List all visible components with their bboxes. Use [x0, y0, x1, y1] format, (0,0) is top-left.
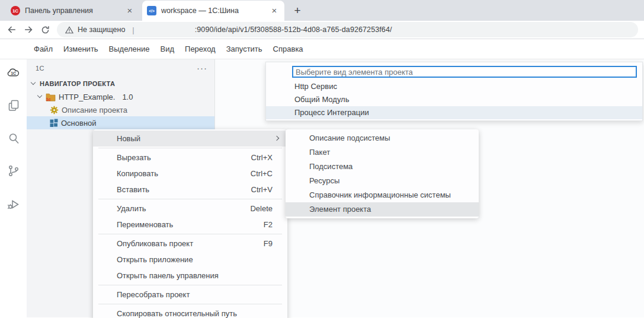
more-actions-icon[interactable]: ···: [197, 65, 207, 71]
quick-pick-option-common-module[interactable]: Общий Модуль: [266, 93, 642, 106]
shortcut-label: Ctrl+X: [251, 150, 273, 166]
1c-cloud-icon[interactable]: 1С: [7, 66, 21, 80]
shortcut-label: Delete: [250, 201, 273, 217]
new-tab-button[interactable]: +: [290, 4, 305, 17]
submenu-item-project-element[interactable]: Элемент проекта: [286, 202, 479, 217]
menu-help[interactable]: Справка: [268, 44, 309, 53]
submenu-arrow-icon: [274, 136, 279, 141]
quick-pick-option-integration-process[interactable]: Процесс Интеграции: [266, 106, 642, 119]
tree-item-label: Описание проекта: [62, 106, 127, 115]
quick-pick-widget: Http Сервис Общий Модуль Процесс Интегра…: [265, 62, 643, 121]
side-panel-header: 1C ···: [27, 59, 214, 77]
quick-pick-input[interactable]: [292, 66, 637, 78]
menu-run[interactable]: Запустить: [221, 44, 268, 53]
shortcut-label: Ctrl+C: [251, 166, 273, 182]
tab-control-panel[interactable]: 1С Панель управления ×: [6, 1, 140, 21]
new-submenu: Описание подсистемы Пакет Подсистема Рес…: [286, 129, 479, 218]
submenu-item-subsystem[interactable]: Подсистема: [286, 160, 479, 174]
explorer-files-icon[interactable]: [7, 98, 21, 113]
ide-menubar: Файл Изменить Выделение Вид Переход Запу…: [0, 39, 644, 59]
1c-favicon-icon: 1С: [11, 6, 20, 15]
run-debug-icon[interactable]: [7, 196, 21, 211]
back-button[interactable]: [4, 22, 20, 37]
context-menu-item-rename[interactable]: Переименовать F2: [93, 217, 287, 233]
tree-root-label: НАВИГАТОР ПРОЕКТА: [40, 80, 115, 87]
browser-tab-strip: 1С Панель управления × </> workspace — 1…: [0, 0, 644, 21]
context-menu: Новый Вырезать Ctrl+X Копировать Ctrl+C …: [93, 129, 287, 318]
address-bar[interactable]: Не защищено | :9090/ide/api/v1/5f308588-…: [57, 22, 638, 37]
close-tab-icon[interactable]: ×: [124, 5, 135, 16]
submenu-item-subsystem-description[interactable]: Описание подсистемы: [286, 131, 479, 145]
context-menu-item-open-control-panel[interactable]: Открыть панель управления: [93, 268, 287, 284]
activity-bar: 1С: [0, 59, 27, 317]
context-menu-item-new[interactable]: Новый: [93, 131, 287, 147]
project-label: HTTP_Example.: [59, 93, 115, 101]
browser-window: 1С Панель управления × </> workspace — 1…: [0, 0, 644, 318]
context-menu-item-publish-project[interactable]: Опубликовать проект F9: [93, 236, 287, 252]
menu-separator: [98, 304, 282, 304]
context-menu-item-cut[interactable]: Вырезать Ctrl+X: [93, 150, 287, 166]
tab-title: workspace — 1С:Шина: [161, 7, 264, 15]
context-menu-item-copy-relative-path[interactable]: Скопировать относительный путь: [93, 306, 287, 318]
tree-root-navigator[interactable]: НАВИГАТОР ПРОЕКТА: [27, 77, 214, 90]
back-arrow-icon: [7, 24, 17, 35]
project-version: 1.0: [122, 93, 133, 101]
tab-workspace[interactable]: </> workspace — 1С:Шина ×: [142, 1, 284, 21]
tree-item-label: Основной: [61, 119, 97, 128]
url-hidden-host: [140, 30, 195, 30]
reload-icon: [40, 25, 50, 35]
context-menu-item-rebuild-project[interactable]: Пересобрать проект: [93, 287, 287, 303]
context-menu-item-paste[interactable]: Вставить Ctrl+V: [93, 182, 287, 198]
menu-separator: [98, 285, 282, 285]
context-menu-item-delete[interactable]: Удалить Delete: [93, 201, 287, 217]
project-folder-icon: 1с: [46, 93, 56, 101]
close-tab-icon[interactable]: ×: [269, 5, 280, 16]
url-divider: |: [132, 26, 134, 34]
menu-selection[interactable]: Выделение: [104, 44, 155, 53]
menu-view[interactable]: Вид: [155, 44, 180, 53]
context-menu-item-copy[interactable]: Копировать Ctrl+C: [93, 166, 287, 182]
context-menu-item-open-application[interactable]: Открыть приложение: [93, 252, 287, 268]
subsystem-grid-icon: [50, 119, 58, 127]
submenu-item-package[interactable]: Пакет: [286, 145, 479, 160]
tree-item-main-subsystem[interactable]: Основной: [27, 116, 214, 129]
panel-title: 1C: [36, 65, 197, 72]
gear-icon: [50, 106, 59, 115]
tree-item-project[interactable]: 1с HTTP_Example. 1.0: [27, 90, 214, 103]
forward-button[interactable]: [20, 22, 37, 37]
chevron-down-icon: [37, 93, 42, 98]
submenu-item-info-systems-catalog[interactable]: Справочник информационные системы: [286, 188, 479, 202]
svg-text:1С: 1С: [11, 71, 16, 75]
svg-text:1с: 1с: [46, 97, 50, 101]
tab-title: Панель управления: [25, 7, 120, 15]
menu-separator: [98, 234, 282, 234]
shortcut-label: F9: [264, 236, 273, 252]
submenu-item-resources[interactable]: Ресурсы: [286, 174, 479, 188]
browser-toolbar: Не защищено | :9090/ide/api/v1/5f308588-…: [0, 21, 644, 39]
shortcut-label: F2: [264, 217, 273, 233]
code-favicon-icon: </>: [147, 6, 156, 15]
source-control-icon[interactable]: [7, 164, 21, 178]
menu-file[interactable]: Файл: [28, 44, 58, 53]
warning-icon: [65, 26, 73, 34]
menu-go[interactable]: Переход: [180, 44, 221, 53]
search-icon[interactable]: [7, 131, 21, 145]
menu-edit[interactable]: Изменить: [58, 44, 104, 53]
tree-item-project-description[interactable]: Описание проекта: [27, 103, 214, 116]
quick-pick-option-http-service[interactable]: Http Сервис: [266, 80, 642, 93]
menu-separator: [98, 148, 282, 148]
chevron-down-icon: [31, 80, 36, 85]
url-text: :9090/ide/api/v1/5f308588-512b-4d08-a765…: [195, 26, 392, 34]
menu-separator: [98, 199, 282, 199]
security-chip[interactable]: Не защищено: [78, 26, 125, 34]
reload-button[interactable]: [37, 22, 53, 37]
forward-arrow-icon: [23, 24, 34, 35]
shortcut-label: Ctrl+V: [251, 182, 273, 198]
